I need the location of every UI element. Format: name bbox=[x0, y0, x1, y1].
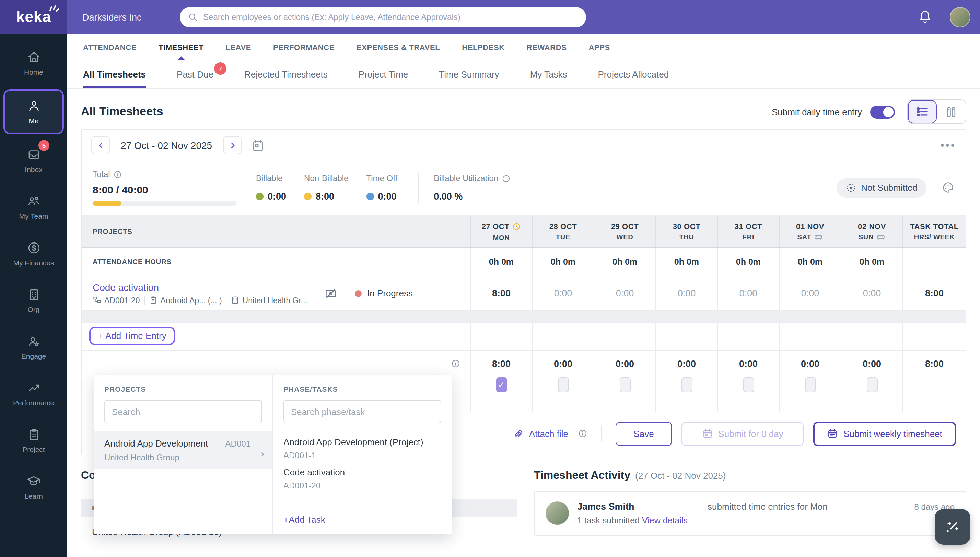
day-checkbox[interactable] bbox=[805, 377, 815, 393]
activity-avatar bbox=[546, 502, 569, 525]
info-icon[interactable] bbox=[578, 429, 587, 438]
time-cell[interactable]: 8:00 bbox=[470, 277, 532, 310]
time-cell[interactable]: 0:00 bbox=[779, 277, 841, 310]
sidebar-item-project[interactable]: Project bbox=[0, 417, 67, 464]
sidebar-item-performance[interactable]: Performance bbox=[0, 370, 67, 417]
attendance-value: 0h 0m bbox=[674, 257, 699, 267]
submit-weekly-timesheet-button[interactable]: Submit weekly timesheet bbox=[813, 422, 956, 446]
subtab-project-time[interactable]: Project Time bbox=[359, 60, 408, 88]
day-checkbox[interactable] bbox=[620, 377, 630, 393]
list-view-button[interactable] bbox=[908, 100, 937, 124]
project-search-input[interactable] bbox=[104, 400, 262, 423]
subtab-past-due[interactable]: Past Due7 bbox=[177, 60, 214, 88]
subtab-my-tasks[interactable]: My Tasks bbox=[530, 60, 567, 88]
attendance-value: 0h 0m bbox=[798, 257, 822, 267]
projects-column-header: PROJECTS bbox=[82, 216, 470, 247]
day-checkbox[interactable] bbox=[681, 377, 692, 393]
tab-timesheet[interactable]: TIMESHEET bbox=[158, 34, 204, 60]
dollar-circle-icon bbox=[26, 241, 41, 255]
day-checkbox[interactable] bbox=[496, 377, 507, 393]
day-checkbox[interactable] bbox=[558, 377, 569, 393]
sidebar-item-org[interactable]: Org bbox=[0, 277, 67, 324]
attach-file-button[interactable]: Attach file bbox=[514, 428, 568, 439]
sidebar-item-me[interactable]: Me bbox=[3, 89, 64, 134]
time-cell[interactable]: 0:00 bbox=[717, 277, 779, 310]
next-week-button[interactable] bbox=[223, 136, 241, 154]
clock-icon bbox=[512, 222, 521, 231]
notifications-bell-icon[interactable] bbox=[918, 10, 932, 25]
global-search[interactable] bbox=[180, 7, 586, 28]
calendar-picker-icon[interactable] bbox=[251, 138, 265, 152]
time-cell[interactable]: 0:00 bbox=[594, 277, 656, 310]
time-cell[interactable]: 0:00 bbox=[532, 277, 594, 310]
entry-day-cell[interactable]: 0:00 bbox=[656, 350, 717, 412]
attendance-value: 0h 0m bbox=[736, 257, 761, 267]
day-checkbox[interactable] bbox=[866, 377, 877, 393]
tab-attendance[interactable]: ATTENDANCE bbox=[83, 34, 137, 60]
stats-row: Total 8:00 / 40:00 Billable 0:00 Non-Bil… bbox=[82, 161, 965, 216]
user-avatar[interactable] bbox=[950, 7, 970, 28]
entry-day-cell[interactable]: 0:00 bbox=[594, 350, 656, 412]
previous-week-button[interactable] bbox=[91, 136, 110, 154]
task-code: AD001-20 bbox=[104, 296, 140, 304]
add-time-entry-button[interactable]: + Add Time Entry bbox=[89, 327, 175, 345]
subtab-projects-allocated[interactable]: Projects Allocated bbox=[598, 60, 669, 88]
row-separator-strip bbox=[82, 311, 965, 323]
sidebar-item-my-team[interactable]: My Team bbox=[0, 184, 67, 230]
info-icon[interactable] bbox=[502, 174, 510, 183]
add-time-entry-popup: PROJECTS Android App Development AD001 U… bbox=[94, 375, 452, 534]
tab-leave[interactable]: LEAVE bbox=[225, 34, 251, 60]
sidebar-item-engage[interactable]: Engage bbox=[0, 324, 67, 370]
sidebar: Home Me 5 Inbox My Team My Finances Org … bbox=[0, 34, 67, 557]
info-icon[interactable] bbox=[114, 170, 122, 179]
sidebar-item-home[interactable]: Home bbox=[0, 40, 67, 86]
assistant-fab-button[interactable] bbox=[935, 509, 970, 545]
info-icon[interactable] bbox=[451, 359, 460, 368]
board-view-button[interactable] bbox=[937, 100, 965, 124]
tab-apps[interactable]: APPS bbox=[589, 34, 610, 60]
company-name: Darksiders Inc bbox=[82, 12, 142, 22]
billable-value: 0:00 bbox=[267, 191, 286, 202]
submit-daily-toggle[interactable] bbox=[870, 105, 895, 118]
palette-icon[interactable] bbox=[942, 181, 955, 194]
task-code-icon bbox=[93, 296, 101, 305]
subtab-time-summary[interactable]: Time Summary bbox=[439, 60, 499, 88]
project-code: AD001 bbox=[225, 439, 251, 449]
magic-wand-icon bbox=[944, 518, 962, 536]
submit-for-day-button[interactable]: Submit for 0 day bbox=[682, 422, 804, 446]
task-title-link[interactable]: Code activation bbox=[93, 282, 319, 293]
attendance-value: 0h 0m bbox=[859, 257, 884, 267]
entry-day-cell[interactable]: 0:00 bbox=[779, 350, 841, 412]
tab-helpdesk[interactable]: HELPDESK bbox=[462, 34, 505, 60]
search-input[interactable] bbox=[203, 12, 578, 22]
keka-logo[interactable]: keka bbox=[0, 0, 67, 34]
sidebar-item-learn[interactable]: Learn bbox=[0, 464, 67, 510]
subtab-rejected-timesheets[interactable]: Rejected Timesheets bbox=[244, 60, 328, 88]
activity-title: Timesheet Activity bbox=[534, 469, 630, 482]
task-option-code-activation[interactable]: Code activation AD001-20 bbox=[273, 460, 452, 490]
sidebar-item-inbox[interactable]: 5 Inbox bbox=[0, 137, 67, 184]
sidebar-item-my-finances[interactable]: My Finances bbox=[0, 230, 67, 277]
view-details-link[interactable]: View details bbox=[642, 516, 688, 526]
entry-day-cell[interactable]: 0:00 bbox=[532, 350, 594, 412]
day-checkbox[interactable] bbox=[743, 377, 754, 393]
add-task-link[interactable]: +Add Task bbox=[273, 505, 452, 534]
week-menu-dots[interactable]: ••• bbox=[940, 139, 956, 151]
submit-daily-label: Submit daily time entry bbox=[772, 107, 862, 117]
tab-performance[interactable]: PERFORMANCE bbox=[273, 34, 334, 60]
entry-day-cell[interactable]: 8:00 bbox=[470, 350, 532, 412]
save-button[interactable]: Save bbox=[616, 422, 672, 446]
weekly-off-icon bbox=[814, 233, 823, 241]
entry-day-cell[interactable]: 0:00 bbox=[717, 350, 779, 412]
entry-day-cell[interactable]: 0:00 bbox=[841, 350, 902, 412]
time-cell[interactable]: 0:00 bbox=[656, 277, 717, 310]
subtab-all-timesheets[interactable]: All Timesheets bbox=[83, 60, 146, 88]
week-nav-row: 27 Oct - 02 Nov 2025 ••• bbox=[82, 130, 965, 161]
task-option-project[interactable]: Android App Development (Project) AD001-… bbox=[273, 430, 452, 460]
board-view-icon bbox=[946, 106, 957, 118]
task-search-input[interactable] bbox=[284, 400, 441, 423]
tab-expenses-travel[interactable]: EXPENSES & TRAVEL bbox=[357, 34, 440, 60]
project-option-android-app-development[interactable]: Android App Development AD001 United Hea… bbox=[94, 432, 272, 469]
tab-rewards[interactable]: REWARDS bbox=[527, 34, 567, 60]
time-cell[interactable]: 0:00 bbox=[841, 277, 902, 310]
